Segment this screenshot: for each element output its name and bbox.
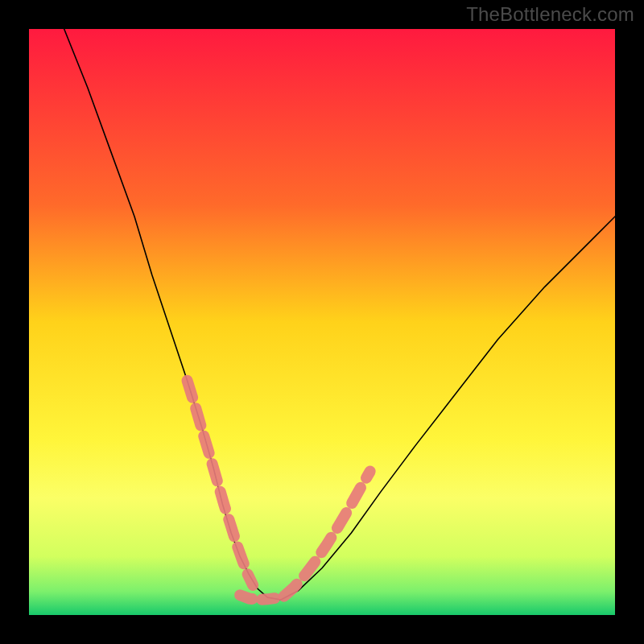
plot-area <box>29 29 615 615</box>
trough-dots <box>240 595 284 600</box>
chart-svg <box>29 29 615 615</box>
svg-rect-0 <box>29 29 615 615</box>
chart-frame: TheBottleneck.com <box>0 0 644 644</box>
watermark-text: TheBottleneck.com <box>466 3 634 26</box>
